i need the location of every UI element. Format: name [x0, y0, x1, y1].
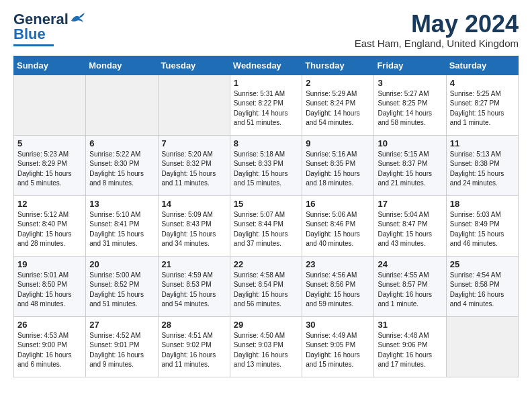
calendar-cell: 14Sunrise: 5:09 AMSunset: 8:43 PMDayligh… [158, 195, 230, 256]
cell-info: Sunrise: 5:27 AMSunset: 8:25 PMDaylight:… [378, 89, 442, 128]
cell-info: Sunrise: 4:58 AMSunset: 8:54 PMDaylight:… [234, 271, 298, 310]
cell-info: Sunrise: 5:12 AMSunset: 8:40 PMDaylight:… [17, 210, 82, 249]
calendar-cell: 4Sunrise: 5:25 AMSunset: 8:27 PMDaylight… [446, 75, 518, 135]
calendar-cell: 25Sunrise: 4:54 AMSunset: 8:58 PMDayligh… [446, 256, 518, 316]
cell-info: Sunrise: 4:53 AMSunset: 9:00 PMDaylight:… [17, 331, 82, 370]
col-header-tuesday: Tuesday [158, 56, 230, 75]
cell-info: Sunrise: 4:49 AMSunset: 9:05 PMDaylight:… [306, 331, 370, 370]
cell-info: Sunrise: 5:00 AMSunset: 8:52 PMDaylight:… [89, 271, 154, 310]
cell-info: Sunrise: 5:25 AMSunset: 8:27 PMDaylight:… [450, 89, 515, 128]
cell-info: Sunrise: 5:09 AMSunset: 8:43 PMDaylight:… [162, 210, 226, 249]
col-header-wednesday: Wednesday [230, 56, 302, 75]
cell-info: Sunrise: 5:13 AMSunset: 8:38 PMDaylight:… [450, 150, 515, 189]
cell-info: Sunrise: 5:10 AMSunset: 8:41 PMDaylight:… [89, 210, 154, 249]
day-number: 2 [306, 78, 370, 88]
day-number: 27 [89, 320, 154, 330]
cell-info: Sunrise: 4:48 AMSunset: 9:06 PMDaylight:… [378, 331, 442, 370]
cell-info: Sunrise: 4:55 AMSunset: 8:57 PMDaylight:… [378, 271, 442, 310]
calendar-cell: 30Sunrise: 4:49 AMSunset: 9:05 PMDayligh… [302, 316, 374, 377]
calendar-cell [86, 75, 158, 135]
calendar-cell: 3Sunrise: 5:27 AMSunset: 8:25 PMDaylight… [374, 75, 446, 135]
day-number: 8 [234, 138, 298, 148]
day-number: 15 [234, 199, 298, 209]
calendar-cell: 19Sunrise: 5:01 AMSunset: 8:50 PMDayligh… [14, 256, 86, 316]
day-number: 26 [17, 320, 82, 330]
cell-info: Sunrise: 5:06 AMSunset: 8:46 PMDaylight:… [306, 210, 370, 249]
day-number: 13 [89, 199, 154, 209]
day-number: 14 [162, 199, 226, 209]
col-header-sunday: Sunday [14, 56, 86, 75]
calendar-cell: 13Sunrise: 5:10 AMSunset: 8:41 PMDayligh… [86, 195, 158, 256]
logo-bird-icon [70, 13, 85, 24]
day-number: 4 [450, 78, 515, 88]
day-number: 9 [306, 138, 370, 148]
calendar-cell: 21Sunrise: 4:59 AMSunset: 8:53 PMDayligh… [158, 256, 230, 316]
calendar-week-3: 12Sunrise: 5:12 AMSunset: 8:40 PMDayligh… [14, 195, 519, 256]
day-number: 25 [450, 259, 515, 269]
cell-info: Sunrise: 5:03 AMSunset: 8:49 PMDaylight:… [450, 210, 515, 249]
cell-info: Sunrise: 5:07 AMSunset: 8:44 PMDaylight:… [234, 210, 298, 249]
title-block: May 2024 East Ham, England, United Kingd… [355, 11, 519, 49]
cell-info: Sunrise: 4:59 AMSunset: 8:53 PMDaylight:… [162, 271, 226, 310]
calendar-cell: 17Sunrise: 5:04 AMSunset: 8:47 PMDayligh… [374, 195, 446, 256]
calendar-cell: 28Sunrise: 4:51 AMSunset: 9:02 PMDayligh… [158, 316, 230, 377]
col-header-thursday: Thursday [302, 56, 374, 75]
calendar-week-5: 26Sunrise: 4:53 AMSunset: 9:00 PMDayligh… [14, 316, 519, 377]
calendar-cell [446, 316, 518, 377]
day-number: 31 [378, 320, 442, 330]
cell-info: Sunrise: 5:18 AMSunset: 8:33 PMDaylight:… [234, 150, 298, 189]
month-title: May 2024 [355, 11, 519, 38]
calendar-cell: 12Sunrise: 5:12 AMSunset: 8:40 PMDayligh… [14, 195, 86, 256]
calendar-cell: 26Sunrise: 4:53 AMSunset: 9:00 PMDayligh… [14, 316, 86, 377]
calendar-cell: 16Sunrise: 5:06 AMSunset: 8:46 PMDayligh… [302, 195, 374, 256]
calendar-cell: 2Sunrise: 5:29 AMSunset: 8:24 PMDaylight… [302, 75, 374, 135]
day-number: 20 [89, 259, 154, 269]
calendar-cell: 15Sunrise: 5:07 AMSunset: 8:44 PMDayligh… [230, 195, 302, 256]
col-header-friday: Friday [374, 56, 446, 75]
calendar-cell: 31Sunrise: 4:48 AMSunset: 9:06 PMDayligh… [374, 316, 446, 377]
cell-info: Sunrise: 4:56 AMSunset: 8:56 PMDaylight:… [306, 271, 370, 310]
cell-info: Sunrise: 5:22 AMSunset: 8:30 PMDaylight:… [89, 150, 154, 189]
day-number: 17 [378, 199, 442, 209]
calendar-cell: 18Sunrise: 5:03 AMSunset: 8:49 PMDayligh… [446, 195, 518, 256]
day-number: 5 [17, 138, 82, 148]
calendar-cell: 22Sunrise: 4:58 AMSunset: 8:54 PMDayligh… [230, 256, 302, 316]
calendar-cell [14, 75, 86, 135]
day-number: 7 [162, 138, 226, 148]
calendar-cell: 29Sunrise: 4:50 AMSunset: 9:03 PMDayligh… [230, 316, 302, 377]
calendar-cell: 20Sunrise: 5:00 AMSunset: 8:52 PMDayligh… [86, 256, 158, 316]
day-number: 12 [17, 199, 82, 209]
cell-info: Sunrise: 5:29 AMSunset: 8:24 PMDaylight:… [306, 89, 370, 128]
cell-info: Sunrise: 5:01 AMSunset: 8:50 PMDaylight:… [17, 271, 82, 310]
col-header-saturday: Saturday [446, 56, 518, 75]
calendar-week-1: 1Sunrise: 5:31 AMSunset: 8:22 PMDaylight… [14, 75, 519, 135]
cell-info: Sunrise: 4:50 AMSunset: 9:03 PMDaylight:… [234, 331, 298, 370]
logo-underline [13, 44, 54, 46]
cell-info: Sunrise: 4:52 AMSunset: 9:01 PMDaylight:… [89, 331, 154, 370]
calendar-cell: 27Sunrise: 4:52 AMSunset: 9:01 PMDayligh… [86, 316, 158, 377]
calendar-week-4: 19Sunrise: 5:01 AMSunset: 8:50 PMDayligh… [14, 256, 519, 316]
logo-blue: Blue [13, 26, 46, 43]
location: East Ham, England, United Kingdom [355, 38, 519, 49]
calendar-table: SundayMondayTuesdayWednesdayThursdayFrid… [13, 56, 519, 377]
day-number: 19 [17, 259, 82, 269]
calendar-cell: 24Sunrise: 4:55 AMSunset: 8:57 PMDayligh… [374, 256, 446, 316]
cell-info: Sunrise: 5:31 AMSunset: 8:22 PMDaylight:… [234, 89, 298, 128]
day-number: 18 [450, 199, 515, 209]
calendar-cell: 7Sunrise: 5:20 AMSunset: 8:32 PMDaylight… [158, 135, 230, 195]
day-number: 10 [378, 138, 442, 148]
calendar-cell: 6Sunrise: 5:22 AMSunset: 8:30 PMDaylight… [86, 135, 158, 195]
calendar-cell: 8Sunrise: 5:18 AMSunset: 8:33 PMDaylight… [230, 135, 302, 195]
calendar-cell: 23Sunrise: 4:56 AMSunset: 8:56 PMDayligh… [302, 256, 374, 316]
cell-info: Sunrise: 5:04 AMSunset: 8:47 PMDaylight:… [378, 210, 442, 249]
calendar-cell: 11Sunrise: 5:13 AMSunset: 8:38 PMDayligh… [446, 135, 518, 195]
day-number: 22 [234, 259, 298, 269]
cell-info: Sunrise: 5:15 AMSunset: 8:37 PMDaylight:… [378, 150, 442, 189]
cell-info: Sunrise: 5:20 AMSunset: 8:32 PMDaylight:… [162, 150, 226, 189]
calendar-week-2: 5Sunrise: 5:23 AMSunset: 8:29 PMDaylight… [14, 135, 519, 195]
cell-info: Sunrise: 4:51 AMSunset: 9:02 PMDaylight:… [162, 331, 226, 370]
cell-info: Sunrise: 5:16 AMSunset: 8:35 PMDaylight:… [306, 150, 370, 189]
cell-info: Sunrise: 5:23 AMSunset: 8:29 PMDaylight:… [17, 150, 82, 189]
day-number: 23 [306, 259, 370, 269]
col-header-monday: Monday [86, 56, 158, 75]
